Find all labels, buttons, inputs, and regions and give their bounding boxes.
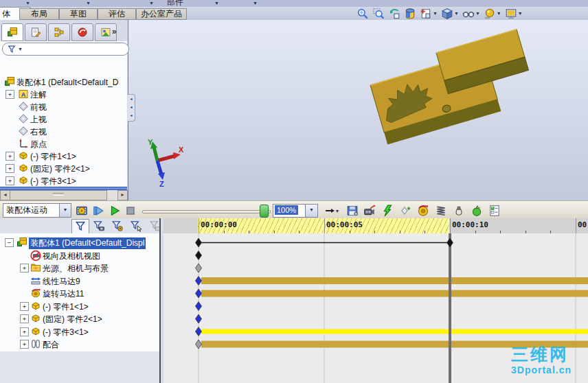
tab-4[interactable]: 办公室产品 [136,8,187,20]
motion-tree-item[interactable]: −装配体1 (Default<Default_Displ [0,236,159,249]
tree-expander[interactable]: + [20,302,29,311]
change-bar[interactable] [201,341,588,348]
key-diamond[interactable] [196,251,202,260]
tab-3[interactable]: 评估 [98,8,136,20]
assembly-model[interactable] [343,20,588,171]
spring-button[interactable] [434,204,448,218]
timeline-area[interactable] [163,233,588,383]
scene-button[interactable]: ▼ [504,8,523,20]
timeline-slider[interactable] [142,210,271,213]
chevron-down-icon[interactable]: ▼ [433,11,438,16]
play-button[interactable] [107,204,122,218]
motor-button[interactable] [416,204,430,218]
feature-tree-item[interactable]: +(固定) 零件2<1> [0,162,127,174]
feature-tree-item[interactable]: 前视 [0,100,127,113]
filter-none-button[interactable] [71,219,89,234]
motion-tree-item[interactable]: +配合 [0,338,159,351]
tab-2[interactable]: 草图 [59,8,98,20]
panel-collapse-handle[interactable]: ◂◂◂ [128,94,135,121]
tree-expander[interactable]: + [20,340,29,349]
motion-tree-item[interactable]: +(-) 零件3<1> [0,325,159,338]
change-bar[interactable] [201,277,588,284]
save-animation-button[interactable] [345,204,360,218]
chevron-down-icon[interactable]: ▼ [86,1,91,5]
propertymanager-tab[interactable] [25,23,47,41]
animation-end-bar[interactable] [449,233,451,383]
feature-tree-item[interactable]: +A注解 [0,88,127,100]
feature-tree-item[interactable]: 上视 [0,113,127,125]
tree-expander[interactable]: + [20,264,29,272]
stop-button[interactable] [123,204,138,218]
hide-show-items-button[interactable]: ▼ [462,8,481,20]
chevron-down-icon[interactable]: ▼ [25,1,30,5]
change-bar[interactable] [201,329,588,334]
contact-button[interactable] [452,204,466,218]
tree-expander[interactable]: − [5,238,14,247]
chevron-down-icon[interactable]: ▼ [475,11,480,16]
chevron-down-icon[interactable]: ▼ [518,11,523,16]
section-view-button[interactable] [403,8,417,20]
zoom-area-button[interactable] [372,8,385,20]
viewport[interactable]: Y X Z [128,20,588,200]
key-diamond[interactable] [196,277,202,286]
scroll-right-button[interactable]: ► [117,190,128,200]
motion-tree-item[interactable]: 旋转马达11 [0,287,159,300]
chevron-down-icon[interactable]: ▼ [59,204,71,217]
zoom-fit-button[interactable] [356,8,370,20]
key-diamond[interactable] [196,340,202,349]
timeline-tracks[interactable] [163,233,588,383]
chevron-down-icon[interactable]: ▼ [18,47,23,51]
chevron-down-icon[interactable]: ▼ [335,209,340,213]
key-diamond[interactable] [196,327,202,336]
feature-tree-item[interactable]: +(-) 零件1<1> [0,150,127,162]
motion-tree-item[interactable]: 视向及相机视图 [0,249,159,262]
key-diamond[interactable] [196,302,202,311]
animation-wizard-button[interactable] [363,204,376,218]
gravity-button[interactable] [470,204,484,218]
key-diamond[interactable] [196,314,202,323]
study-type-select[interactable]: 装配体运动 ▼ [3,203,71,218]
chevron-down-icon[interactable]: ▼ [497,11,501,16]
display-style-button[interactable]: ▼ [440,8,460,20]
playback-mode-button[interactable]: ▼ [321,204,342,218]
key-diamond[interactable] [447,238,453,247]
calculate-button[interactable] [74,204,89,218]
chevron-down-icon[interactable]: ▼ [214,1,219,5]
feature-tree-item[interactable]: +(-) 零件3<1> [0,174,127,187]
slider-thumb[interactable] [260,205,269,218]
featuremanager-tab[interactable] [1,23,23,41]
filter-driving-button[interactable] [109,219,126,233]
change-bar[interactable] [201,290,588,297]
tree-expander[interactable]: + [5,164,14,173]
feature-tree-item[interactable]: 原点 [0,137,127,150]
tree-expander[interactable]: + [20,314,29,323]
feature-tree-item[interactable]: 装配体1 (Default<Default_D [0,76,127,88]
chevron-down-icon[interactable]: ▼ [149,1,154,5]
motion-tree-item[interactable]: 线性马达9 [0,275,159,288]
filter-animated-button[interactable] [91,219,107,233]
tree-expander[interactable]: + [5,176,14,185]
add-key-button[interactable] [398,204,412,218]
timeline-ruler[interactable]: 00:00:0000:00:0500:00:1000: [163,218,588,234]
feature-tree-item[interactable]: 右视 [0,125,127,137]
motion-tree-item[interactable]: +(固定) 零件2<1> [0,312,159,325]
tree-filter-input[interactable]: ▼ [2,43,129,56]
scrollbar-thumb[interactable] [10,190,107,200]
appearances-button[interactable]: ▼ [483,8,502,20]
dimxpertmanager-tab[interactable] [71,23,93,41]
chevron-down-icon[interactable]: ▼ [253,1,258,5]
panel-scrollbar[interactable]: ◄ ► [0,190,127,199]
playback-speed-select[interactable]: 100% [273,204,306,218]
motion-study-properties-button[interactable] [488,204,501,218]
key-diamond[interactable] [196,289,202,298]
panel-tabs-overflow[interactable]: » [112,27,117,36]
chevron-down-icon[interactable]: ▼ [454,11,459,16]
previous-view-button[interactable] [387,8,401,20]
key-diamond[interactable] [196,238,202,247]
tree-expander[interactable]: + [5,152,14,161]
scroll-left-button[interactable]: ◄ [0,190,10,200]
play-from-start-button[interactable] [91,204,106,218]
tab-1[interactable]: 布局 [19,8,59,20]
autokey-button[interactable] [381,204,394,218]
motion-tree-item[interactable]: +(-) 零件1<1> [0,300,159,313]
